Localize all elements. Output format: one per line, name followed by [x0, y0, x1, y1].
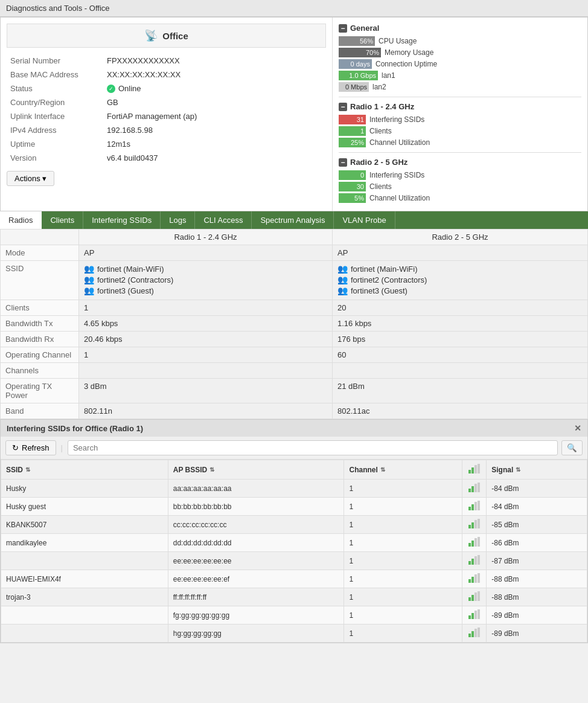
svg-rect-6 — [475, 484, 477, 492]
status-row: Status ✓ Online — [7, 82, 326, 95]
radio1-channel: 25% Channel Utilization — [339, 138, 581, 147]
lan2-bar: 0 Mbps — [339, 82, 369, 92]
sort-icon-bssid[interactable]: ⇅ — [209, 466, 214, 473]
radio2-collapse-btn[interactable]: − — [339, 158, 347, 167]
refresh-button[interactable]: ↻ Refresh — [5, 440, 56, 455]
uptime-row: Uptime 12m1s — [7, 137, 326, 151]
svg-rect-3 — [478, 464, 480, 473]
signal-cell: -88 dBm — [487, 588, 587, 606]
radio1-section: − Radio 1 - 2.4 GHz 31 Interfering SSIDs… — [339, 102, 581, 147]
radio1-interfering-label: Interfering SSIDs — [369, 115, 424, 124]
ssid-users-icon: 👥 — [337, 275, 348, 284]
col-header-ssid: SSID ⇅ — [1, 460, 168, 480]
divider2 — [339, 152, 581, 153]
signal-icon-cell — [462, 534, 487, 552]
svg-rect-2 — [475, 465, 477, 473]
general-collapse-btn[interactable]: − — [339, 24, 347, 33]
general-header: − General — [339, 24, 581, 33]
svg-rect-8 — [468, 507, 471, 510]
table-row: Channels — [1, 363, 588, 379]
serial-number-value: FPXXXXXXXXXXXX — [103, 54, 326, 68]
radio1-clients: 1 Clients — [339, 126, 581, 136]
row-r2-clients: 20 — [333, 300, 588, 316]
svg-rect-22 — [475, 556, 477, 565]
svg-rect-24 — [468, 579, 471, 583]
table-row: Operating TX Power 3 dBm 21 dBm — [1, 379, 588, 403]
ssid-cell: Husky guest — [1, 498, 168, 516]
bssid-cell: hg:gg:gg:gg:gg — [168, 624, 344, 643]
radio1-stats: 31 Interfering SSIDs 1 Clients 25% Chann… — [339, 115, 581, 147]
country-label: Country/Region — [7, 95, 103, 109]
cpu-label: CPU Usage — [379, 37, 417, 45]
search-button[interactable]: 🔍 — [561, 440, 583, 455]
main-top-section: 📡 Office Serial Number FPXXXXXXXXXXXX Ba… — [0, 17, 588, 211]
ssid-cell — [1, 606, 168, 624]
uptime-bar: 0 days — [339, 59, 372, 69]
list-item: hg:gg:gg:gg:gg 1 -89 dBm — [1, 624, 587, 643]
radio2-channel: 5% Channel Utilization — [339, 193, 581, 203]
channel-cell: 1 — [344, 534, 462, 552]
svg-rect-38 — [475, 629, 477, 637]
list-item: mandikaylee dd:dd:dd:dd:dd:dd 1 -86 dBm — [1, 534, 587, 552]
col-header-empty — [1, 230, 79, 245]
ssid-cell: HUAWEI-EMIX4f — [1, 570, 168, 588]
ssid-table-header-row: SSID ⇅ AP BSSID ⇅ Channel ⇅ — [1, 460, 587, 480]
sort-icon-channel[interactable]: ⇅ — [380, 466, 385, 473]
actions-button[interactable]: Actions ▾ — [7, 171, 54, 186]
uptime-label: Uptime — [7, 137, 103, 151]
svg-rect-37 — [471, 631, 474, 637]
svg-rect-29 — [471, 595, 474, 601]
tab-clients[interactable]: Clients — [42, 211, 83, 229]
radio1-collapse-btn[interactable]: − — [339, 103, 347, 111]
row-label-channels: Channels — [1, 363, 79, 379]
base-mac-row: Base MAC Address XX:XX:XX:XX:XX:XX — [7, 68, 326, 82]
ipv4-label: IPv4 Address — [7, 123, 103, 137]
row-r1-mode: AP — [79, 245, 333, 261]
channel-cell: 1 — [344, 498, 462, 516]
radio2-interfering-bar: 0 — [339, 170, 366, 180]
lan1-bar: 1.0 Gbps — [339, 71, 378, 80]
status-dot: ✓ — [107, 85, 115, 93]
status-value: ✓ Online — [103, 82, 326, 95]
bssid-cell: ee:ee:ee:ee:ee:ee — [168, 552, 344, 570]
uptime-stat-label: Connection Uptime — [375, 60, 437, 68]
row-r2-bw-rx: 176 bps — [333, 332, 588, 347]
row-label-band: Band — [1, 403, 79, 419]
sort-icon-ssid[interactable]: ⇅ — [25, 466, 30, 473]
svg-rect-26 — [475, 574, 477, 583]
signal-icon-cell — [462, 588, 487, 606]
sort-icon-signal[interactable]: ⇅ — [516, 466, 520, 473]
tab-vlan-probe[interactable]: VLAN Probe — [334, 211, 395, 229]
list-item: ee:ee:ee:ee:ee:ee 1 -87 dBm — [1, 552, 587, 570]
serial-number-row: Serial Number FPXXXXXXXXXXXX — [7, 54, 326, 68]
signal-cell: -84 dBm — [487, 498, 587, 516]
search-input[interactable] — [68, 440, 558, 455]
table-row: Bandwidth Tx 4.65 kbps 1.16 kbps — [1, 316, 588, 332]
svg-rect-13 — [471, 522, 474, 528]
radio2-interfering-label: Interfering SSIDs — [369, 171, 424, 179]
general-title: General — [350, 24, 379, 33]
tab-radios[interactable]: Radios — [0, 211, 42, 229]
radio-comparison-table: Radio 1 - 2.4 GHz Radio 2 - 5 GHz Mode A… — [0, 229, 588, 419]
bssid-cell: ee:ee:ee:ee:ee:ef — [168, 570, 344, 588]
row-label-op-channel: Operating Channel — [1, 347, 79, 363]
svg-rect-15 — [478, 519, 480, 528]
tab-cli-access[interactable]: CLI Access — [195, 211, 252, 229]
tab-spectrum-analysis[interactable]: Spectrum Analysis — [252, 211, 334, 229]
cpu-bar: 56% — [339, 36, 375, 46]
ssid-cell: Husky — [1, 480, 168, 498]
signal-cell: -88 dBm — [487, 570, 587, 588]
tab-interfering-ssids[interactable]: Interfering SSIDs — [83, 211, 161, 229]
table-row: Bandwidth Rx 20.46 kbps 176 bps — [1, 332, 588, 347]
col-header-channel: Channel ⇅ — [344, 460, 462, 480]
radio1-clients-label: Clients — [369, 127, 392, 135]
channel-cell: 1 — [344, 570, 462, 588]
row-r2-ssid: 👥 fortinet (Main-WiFi) 👥 fortinet2 (Cont… — [333, 261, 588, 300]
close-button[interactable]: ✕ — [574, 423, 581, 433]
row-r1-clients: 1 — [79, 300, 333, 316]
tab-logs[interactable]: Logs — [161, 211, 195, 229]
radio1-channel-label: Channel Utilization — [369, 138, 430, 147]
signal-cell: -89 dBm — [487, 606, 587, 624]
row-r1-bw-tx: 4.65 kbps — [79, 316, 333, 332]
uptime-value: 12m1s — [103, 137, 326, 151]
